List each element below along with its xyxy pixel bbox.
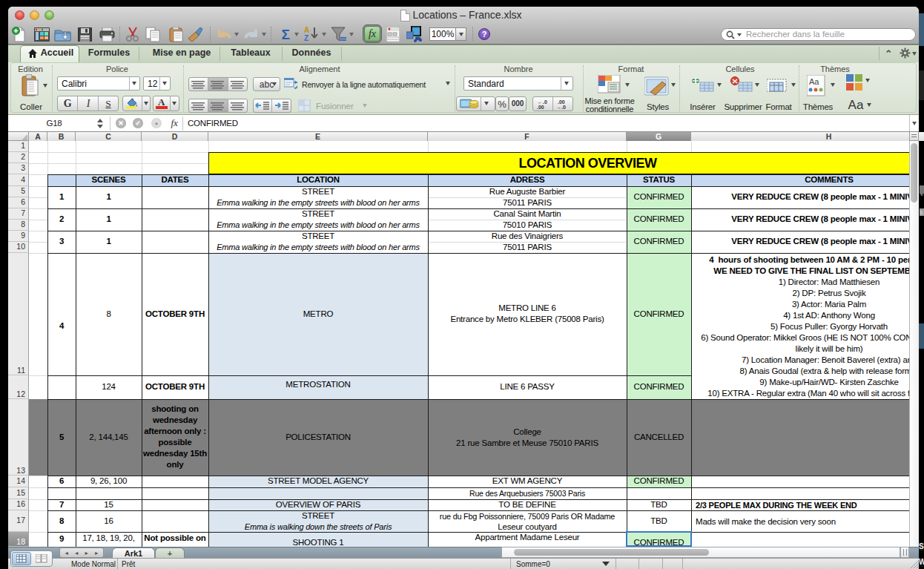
svg-text:.00: .00 [558,99,565,105]
svg-text:←.0: ←.0 [538,99,547,105]
svg-text:→.0: →.0 [556,105,566,110]
svg-text:.00: .00 [537,105,544,110]
svg-text:A: A [304,26,309,34]
svg-text:Z: Z [304,34,308,42]
svg-text:Aa: Aa [809,77,819,86]
